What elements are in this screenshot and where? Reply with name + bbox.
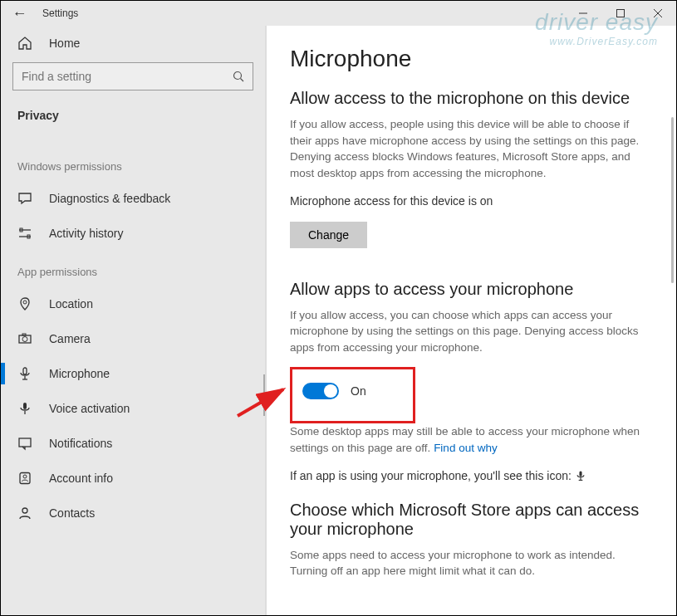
nav-label: Diagnostics & feedback (49, 192, 170, 205)
toggle-label: On (351, 384, 366, 398)
content-area: Microphone Allow access to the microphon… (267, 26, 676, 615)
maximize-button[interactable] (601, 1, 639, 26)
desktop-apps-note: Some desktop apps may still be able to a… (290, 423, 651, 456)
svg-rect-1 (616, 10, 624, 17)
microphone-indicator-icon (575, 471, 586, 484)
home-row[interactable]: Home (1, 26, 265, 59)
section2-body: If you allow access, you can choose whic… (290, 307, 651, 356)
home-icon (17, 36, 34, 51)
find-out-why-link[interactable]: Find out why (434, 442, 498, 454)
section2-heading: Allow apps to access your microphone (290, 280, 651, 299)
nav-label: Camera (49, 332, 91, 345)
nav-label: Activity history (49, 227, 123, 240)
back-button[interactable]: ← (1, 5, 38, 22)
sidebar: Home Privacy Windows permissions Diagnos… (1, 26, 265, 615)
timeline-icon (17, 226, 34, 241)
nav-label: Microphone (49, 367, 110, 380)
nav-label: Contacts (49, 506, 95, 520)
nav-contacts[interactable]: Contacts (1, 496, 265, 530)
svg-point-21 (23, 475, 27, 478)
svg-rect-19 (19, 438, 31, 447)
nav-label: Voice activation (49, 402, 130, 415)
camera-icon (17, 331, 34, 346)
nav-voice[interactable]: Voice activation (1, 391, 265, 426)
nav-camera[interactable]: Camera (1, 321, 265, 356)
nav-account[interactable]: Account info (1, 461, 265, 496)
annotation-highlight: On (290, 367, 415, 423)
nav-label: Notifications (49, 437, 112, 450)
location-icon (17, 296, 34, 311)
change-button[interactable]: Change (290, 222, 367, 248)
notifications-icon (17, 436, 34, 451)
svg-rect-17 (23, 403, 27, 409)
apps-access-toggle[interactable]: On (294, 376, 375, 406)
microphone-icon (17, 366, 34, 381)
nav-label: Location (49, 297, 93, 310)
toggle-switch-on[interactable] (302, 383, 339, 399)
usage-note-text: If an app is using your microphone, you'… (290, 469, 572, 482)
svg-point-12 (22, 337, 27, 342)
minimize-button[interactable] (564, 1, 601, 26)
svg-point-22 (22, 508, 27, 513)
section-app-permissions: App permissions (1, 251, 265, 286)
nav-diagnostics[interactable]: Diagnostics & feedback (1, 181, 265, 216)
content-scrollbar[interactable] (671, 117, 674, 283)
voice-icon (17, 401, 34, 416)
svg-line-5 (241, 79, 244, 82)
svg-rect-23 (579, 471, 581, 476)
account-icon (17, 471, 34, 486)
section1-heading: Allow access to the microphone on this d… (290, 89, 651, 108)
nav-microphone[interactable]: Microphone (1, 356, 265, 391)
nav-activity[interactable]: Activity history (1, 216, 265, 251)
search-input[interactable] (22, 70, 233, 83)
svg-rect-14 (23, 368, 27, 374)
page-title: Microphone (290, 46, 651, 72)
window-title: Settings (38, 7, 78, 19)
search-icon (233, 71, 244, 82)
nav-location[interactable]: Location (1, 286, 265, 321)
feedback-icon (17, 191, 34, 206)
section3-heading: Choose which Microsoft Store apps can ac… (290, 501, 651, 539)
svg-point-10 (23, 301, 27, 304)
section3-body: Some apps need to access your microphone… (290, 547, 651, 579)
search-box[interactable] (12, 62, 253, 90)
close-button[interactable] (639, 1, 676, 26)
usage-note: If an app is using your microphone, you'… (290, 467, 651, 485)
section-windows-permissions: Windows permissions (1, 145, 265, 181)
device-access-status: Microphone access for this device is on (290, 193, 651, 209)
section1-body: If you allow access, people using this d… (290, 116, 651, 181)
nav-notifications[interactable]: Notifications (1, 426, 265, 461)
svg-point-4 (234, 72, 242, 80)
contacts-icon (17, 506, 34, 521)
nav-label: Account info (49, 472, 113, 485)
home-label: Home (49, 37, 80, 50)
current-category: Privacy (1, 102, 265, 145)
svg-rect-13 (22, 334, 26, 335)
